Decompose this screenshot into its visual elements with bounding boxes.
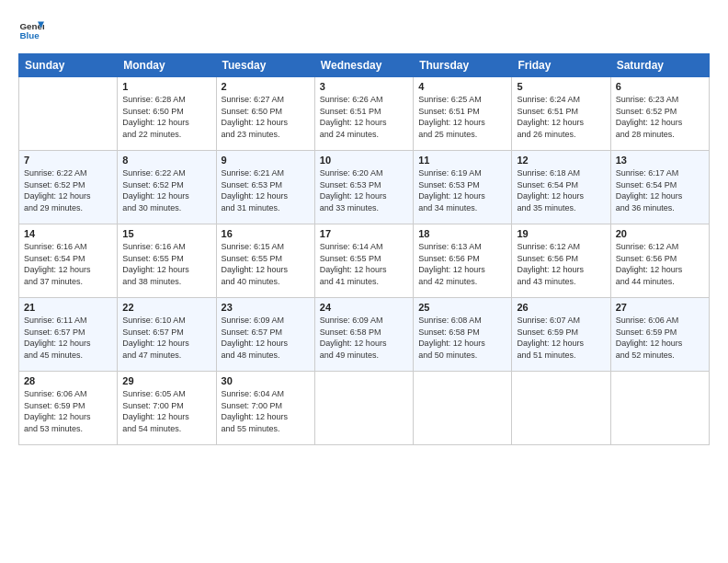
day-number: 14 — [24, 228, 112, 239]
day-number: 8 — [122, 155, 210, 166]
day-detail: Sunrise: 6:19 AM Sunset: 6:53 PM Dayligh… — [418, 167, 506, 213]
header-thursday: Thursday — [414, 54, 512, 77]
day-detail: Sunrise: 6:22 AM Sunset: 6:52 PM Dayligh… — [122, 167, 210, 213]
day-number: 11 — [418, 155, 506, 166]
header-monday: Monday — [118, 54, 216, 77]
day-detail: Sunrise: 6:24 AM Sunset: 6:51 PM Dayligh… — [517, 94, 605, 140]
main-container: General Blue SundayMondayTuesdayWednesda… — [0, 0, 728, 454]
day-detail: Sunrise: 6:05 AM Sunset: 7:00 PM Dayligh… — [122, 388, 210, 434]
day-number: 17 — [320, 228, 408, 239]
day-number: 6 — [616, 81, 704, 92]
day-cell: 1Sunrise: 6:28 AM Sunset: 6:50 PM Daylig… — [118, 77, 216, 151]
day-detail: Sunrise: 6:06 AM Sunset: 6:59 PM Dayligh… — [24, 388, 112, 434]
day-cell: 26Sunrise: 6:07 AM Sunset: 6:59 PM Dayli… — [512, 298, 610, 372]
day-number: 2 — [222, 81, 310, 92]
day-cell: 22Sunrise: 6:10 AM Sunset: 6:57 PM Dayli… — [118, 298, 216, 372]
day-detail: Sunrise: 6:13 AM Sunset: 6:56 PM Dayligh… — [418, 241, 506, 287]
week-row-0: 1Sunrise: 6:28 AM Sunset: 6:50 PM Daylig… — [19, 77, 710, 151]
day-number: 23 — [222, 302, 310, 313]
day-cell: 12Sunrise: 6:18 AM Sunset: 6:54 PM Dayli… — [512, 151, 610, 224]
week-row-3: 21Sunrise: 6:11 AM Sunset: 6:57 PM Dayli… — [19, 298, 710, 372]
day-detail: Sunrise: 6:12 AM Sunset: 6:56 PM Dayligh… — [616, 241, 704, 287]
day-detail: Sunrise: 6:16 AM Sunset: 6:55 PM Dayligh… — [122, 241, 210, 287]
day-cell — [414, 372, 512, 445]
day-number: 29 — [122, 375, 210, 386]
day-detail: Sunrise: 6:23 AM Sunset: 6:52 PM Dayligh… — [616, 94, 704, 140]
day-cell: 8Sunrise: 6:22 AM Sunset: 6:52 PM Daylig… — [118, 151, 216, 224]
day-number: 4 — [418, 81, 506, 92]
day-detail: Sunrise: 6:18 AM Sunset: 6:54 PM Dayligh… — [517, 167, 605, 213]
day-number: 24 — [320, 302, 408, 313]
day-cell: 9Sunrise: 6:21 AM Sunset: 6:53 PM Daylig… — [216, 151, 314, 224]
day-detail: Sunrise: 6:22 AM Sunset: 6:52 PM Dayligh… — [24, 167, 112, 213]
day-detail: Sunrise: 6:09 AM Sunset: 6:58 PM Dayligh… — [320, 315, 408, 361]
svg-text:Blue: Blue — [19, 30, 40, 40]
day-cell: 2Sunrise: 6:27 AM Sunset: 6:50 PM Daylig… — [216, 77, 314, 151]
day-number: 3 — [320, 81, 408, 92]
day-detail: Sunrise: 6:10 AM Sunset: 6:57 PM Dayligh… — [122, 315, 210, 361]
day-number: 20 — [616, 228, 704, 239]
logo: General Blue — [18, 17, 48, 42]
day-cell: 27Sunrise: 6:06 AM Sunset: 6:59 PM Dayli… — [610, 298, 709, 372]
day-cell: 23Sunrise: 6:09 AM Sunset: 6:57 PM Dayli… — [216, 298, 314, 372]
day-number: 25 — [418, 302, 506, 313]
day-detail: Sunrise: 6:12 AM Sunset: 6:56 PM Dayligh… — [517, 241, 605, 287]
day-cell: 15Sunrise: 6:16 AM Sunset: 6:55 PM Dayli… — [118, 224, 216, 298]
header-sunday: Sunday — [19, 54, 118, 77]
day-cell: 5Sunrise: 6:24 AM Sunset: 6:51 PM Daylig… — [512, 77, 610, 151]
week-row-2: 14Sunrise: 6:16 AM Sunset: 6:54 PM Dayli… — [19, 224, 710, 298]
day-cell: 10Sunrise: 6:20 AM Sunset: 6:53 PM Dayli… — [314, 151, 413, 224]
day-number: 12 — [517, 155, 605, 166]
day-number: 15 — [122, 228, 210, 239]
day-detail: Sunrise: 6:25 AM Sunset: 6:51 PM Dayligh… — [418, 94, 506, 140]
day-cell: 25Sunrise: 6:08 AM Sunset: 6:58 PM Dayli… — [414, 298, 512, 372]
week-row-4: 28Sunrise: 6:06 AM Sunset: 6:59 PM Dayli… — [19, 372, 710, 445]
week-row-1: 7Sunrise: 6:22 AM Sunset: 6:52 PM Daylig… — [19, 151, 710, 224]
day-number: 10 — [320, 155, 408, 166]
day-cell: 4Sunrise: 6:25 AM Sunset: 6:51 PM Daylig… — [414, 77, 512, 151]
header-wednesday: Wednesday — [314, 54, 413, 77]
day-cell — [314, 372, 413, 445]
day-cell: 29Sunrise: 6:05 AM Sunset: 7:00 PM Dayli… — [118, 372, 216, 445]
day-number: 26 — [517, 302, 605, 313]
day-cell: 17Sunrise: 6:14 AM Sunset: 6:55 PM Dayli… — [314, 224, 413, 298]
day-number: 28 — [24, 375, 112, 386]
day-detail: Sunrise: 6:15 AM Sunset: 6:55 PM Dayligh… — [222, 241, 310, 287]
day-cell: 19Sunrise: 6:12 AM Sunset: 6:56 PM Dayli… — [512, 224, 610, 298]
day-number: 27 — [616, 302, 704, 313]
day-cell: 14Sunrise: 6:16 AM Sunset: 6:54 PM Dayli… — [19, 224, 118, 298]
day-cell — [610, 372, 709, 445]
header-saturday: Saturday — [610, 54, 709, 77]
day-detail: Sunrise: 6:17 AM Sunset: 6:54 PM Dayligh… — [616, 167, 704, 213]
day-cell: 21Sunrise: 6:11 AM Sunset: 6:57 PM Dayli… — [19, 298, 118, 372]
day-cell: 13Sunrise: 6:17 AM Sunset: 6:54 PM Dayli… — [610, 151, 709, 224]
day-number: 21 — [24, 302, 112, 313]
day-number: 9 — [222, 155, 310, 166]
day-detail: Sunrise: 6:14 AM Sunset: 6:55 PM Dayligh… — [320, 241, 408, 287]
header-friday: Friday — [512, 54, 610, 77]
day-detail: Sunrise: 6:26 AM Sunset: 6:51 PM Dayligh… — [320, 94, 408, 140]
calendar-table: SundayMondayTuesdayWednesdayThursdayFrid… — [18, 53, 710, 445]
day-number: 30 — [222, 375, 310, 386]
day-detail: Sunrise: 6:20 AM Sunset: 6:53 PM Dayligh… — [320, 167, 408, 213]
day-cell — [19, 77, 118, 151]
day-detail: Sunrise: 6:07 AM Sunset: 6:59 PM Dayligh… — [517, 315, 605, 361]
header: General Blue — [18, 17, 710, 42]
day-detail: Sunrise: 6:06 AM Sunset: 6:59 PM Dayligh… — [616, 315, 704, 361]
day-cell: 24Sunrise: 6:09 AM Sunset: 6:58 PM Dayli… — [314, 298, 413, 372]
calendar-header-row: SundayMondayTuesdayWednesdayThursdayFrid… — [19, 54, 710, 77]
day-number: 1 — [122, 81, 210, 92]
header-tuesday: Tuesday — [216, 54, 314, 77]
day-detail: Sunrise: 6:16 AM Sunset: 6:54 PM Dayligh… — [24, 241, 112, 287]
day-detail: Sunrise: 6:27 AM Sunset: 6:50 PM Dayligh… — [222, 94, 310, 140]
day-detail: Sunrise: 6:04 AM Sunset: 7:00 PM Dayligh… — [222, 388, 310, 434]
day-cell: 28Sunrise: 6:06 AM Sunset: 6:59 PM Dayli… — [19, 372, 118, 445]
day-number: 16 — [222, 228, 310, 239]
day-cell: 20Sunrise: 6:12 AM Sunset: 6:56 PM Dayli… — [610, 224, 709, 298]
day-detail: Sunrise: 6:21 AM Sunset: 6:53 PM Dayligh… — [222, 167, 310, 213]
day-number: 22 — [122, 302, 210, 313]
day-cell: 7Sunrise: 6:22 AM Sunset: 6:52 PM Daylig… — [19, 151, 118, 224]
day-cell: 11Sunrise: 6:19 AM Sunset: 6:53 PM Dayli… — [414, 151, 512, 224]
day-detail: Sunrise: 6:09 AM Sunset: 6:57 PM Dayligh… — [222, 315, 310, 361]
day-number: 19 — [517, 228, 605, 239]
